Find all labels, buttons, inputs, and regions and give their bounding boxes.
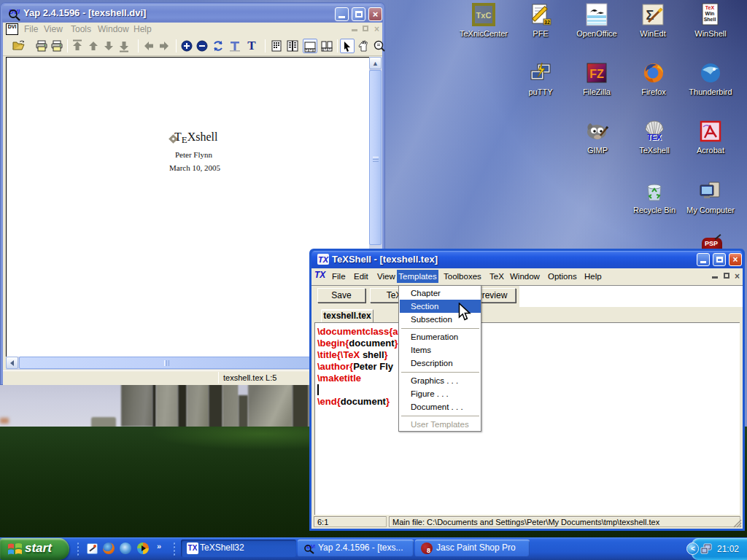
svg-text:32: 32	[544, 20, 550, 25]
svg-text:TeX: TeX	[705, 5, 715, 10]
svg-text:TxC: TxC	[476, 11, 492, 20]
svg-text:TX: TX	[318, 255, 329, 264]
svg-text:Shell: Shell	[704, 17, 716, 22]
svg-text:TEX: TEX	[647, 133, 662, 141]
svg-text:Win: Win	[705, 11, 715, 16]
svg-text:FZ: FZ	[589, 68, 604, 80]
